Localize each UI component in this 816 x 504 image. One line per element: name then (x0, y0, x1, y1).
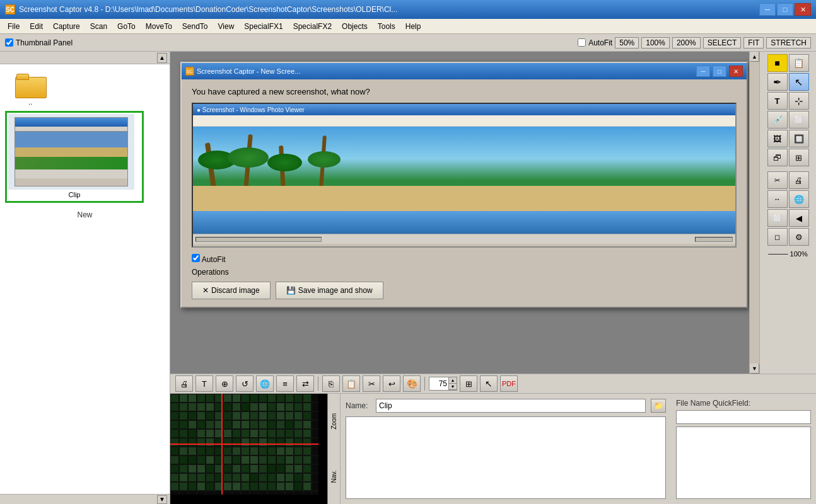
text-tool-btn[interactable]: T (195, 375, 213, 392)
dialog-minimize-button[interactable]: ─ (696, 66, 710, 77)
canvas-scrollbar[interactable]: ▲ ▼ (749, 52, 759, 374)
maximize-button[interactable]: □ (777, 3, 793, 16)
tool-region-btn[interactable]: ⬜ (767, 209, 788, 227)
minimize-button[interactable]: ─ (759, 3, 776, 16)
zoom-100-button[interactable]: 100% (641, 37, 670, 49)
menu-specialfx1[interactable]: SpecialFX1 (239, 21, 288, 32)
tool-zoom-btn[interactable]: 🔲 (789, 130, 809, 147)
print-btn[interactable]: 🖨 (175, 375, 193, 392)
tool-export-btn[interactable]: ⬜ (789, 111, 809, 129)
close-button[interactable]: ✕ (795, 3, 811, 16)
new-label: New (5, 205, 165, 224)
minimap-panel: Zoom Nav. (170, 394, 341, 504)
tool-multi-btn[interactable]: ⊞ (789, 149, 809, 166)
parent-folder-item[interactable]: .. (5, 69, 55, 108)
tool-select-btn[interactable]: ⊹ (789, 92, 809, 110)
notes-textarea[interactable] (346, 416, 666, 499)
tool-imgops-btn[interactable]: 🖼 (767, 130, 788, 147)
tool-share-btn[interactable]: 🌐 (789, 190, 809, 208)
tool-eyedrop-btn[interactable]: 💉 (767, 111, 788, 129)
tool-settings-btn[interactable]: ⚙ (789, 228, 809, 246)
scroll-up-btn[interactable]: ▲ (750, 52, 759, 62)
tool-cursor-btn[interactable]: ↖ (789, 73, 809, 91)
zoom-50-button[interactable]: 50% (615, 37, 639, 49)
autofit-toggle[interactable]: AutoFit (578, 38, 612, 47)
copy-btn[interactable]: ⎘ (322, 375, 340, 392)
autofit-dialog-checkbox[interactable] (192, 254, 200, 262)
browse-button[interactable]: 📁 (651, 399, 666, 413)
scroll-down-button[interactable]: ▼ (157, 495, 167, 504)
menu-sendto[interactable]: SendTo (177, 21, 213, 32)
bottom-section: Zoom Nav. Name: 📁 File Name QuickField: (170, 394, 816, 504)
menu-file[interactable]: File (3, 21, 25, 32)
fit-button[interactable]: FIT (743, 37, 764, 49)
menu-tools[interactable]: Tools (373, 21, 400, 32)
canvas-area: SC Screenshot Captor - New Scree... ─ □ … (170, 52, 816, 374)
quick-field-input[interactable] (676, 410, 811, 424)
thumbnail-panel-label: Thumbnail Panel (16, 38, 73, 47)
window-title: Screenshot Captor v4.8 - D:\Users\lmad\D… (19, 5, 759, 14)
zoom-up-arrow[interactable]: ▲ (449, 377, 457, 384)
clip-thumbnail-label: Clip (8, 190, 141, 200)
web-btn[interactable]: 🌐 (256, 375, 274, 392)
zoom-input[interactable] (429, 377, 448, 390)
quick-field-textarea[interactable] (676, 427, 811, 499)
scroll-up-button[interactable]: ▲ (157, 53, 167, 63)
color-btn[interactable]: 🎨 (403, 375, 421, 392)
menu-goto[interactable]: GoTo (112, 21, 141, 32)
discard-image-button[interactable]: ✕ Discard image (192, 282, 271, 299)
scroll-down-btn[interactable]: ▼ (750, 364, 759, 374)
tool-pen-btn[interactable]: ✒ (767, 73, 788, 91)
cursor-mode-btn[interactable]: ↖ (480, 375, 498, 392)
new-screenshot-dialog: SC Screenshot Captor - New Scree... ─ □ … (180, 62, 748, 308)
autofit-checkbox[interactable] (578, 38, 586, 47)
menu-view[interactable]: View (213, 21, 240, 32)
tool-paste-btn[interactable]: 📋 (789, 54, 809, 72)
cut-btn[interactable]: ✂ (363, 375, 380, 392)
tool-back-btn[interactable]: ◀ (789, 209, 809, 227)
autofit-dialog-toggle[interactable]: AutoFit (192, 254, 226, 264)
thumbnail-panel-checkbox[interactable] (5, 38, 13, 47)
save-image-button[interactable]: 💾 Save image and show (276, 282, 383, 299)
transform-btn[interactable]: ⇄ (296, 375, 314, 392)
rotate-btn[interactable]: ↺ (236, 375, 254, 392)
menu-specialfx2[interactable]: SpecialFX2 (288, 21, 337, 32)
menu-moveto[interactable]: MoveTo (141, 21, 177, 32)
name-input[interactable] (376, 399, 646, 413)
tool-border-btn[interactable]: ◻ (767, 228, 788, 246)
stretch-button[interactable]: STRETCH (766, 37, 811, 49)
thumbnail-panel-bar: Thumbnail Panel AutoFit 50% 100% 200% SE… (0, 34, 816, 52)
tool-page-btn[interactable]: 🖨 (789, 171, 809, 189)
tool-resize-btn[interactable]: ↔ (767, 190, 788, 208)
menu-scan[interactable]: Scan (85, 21, 112, 32)
dialog-maximize-button[interactable]: □ (713, 66, 726, 77)
fit-view-btn[interactable]: ⊞ (460, 375, 477, 392)
name-label: Name: (346, 401, 371, 410)
select-button[interactable]: SELECT (703, 37, 742, 49)
menu-help[interactable]: Help (400, 21, 426, 32)
stamp-btn[interactable]: ⊕ (216, 375, 233, 392)
thumbnail-panel-toggle[interactable]: Thumbnail Panel (5, 38, 73, 47)
zoom-200-button[interactable]: 200% (672, 37, 701, 49)
menu-capture[interactable]: Capture (48, 21, 85, 32)
dialog-content: You have captured a new screenshot, what… (182, 79, 747, 307)
paste-btn[interactable]: 📋 (342, 375, 360, 392)
clip-thumbnail-item[interactable]: Clip (5, 111, 144, 203)
tool-crop-btn[interactable]: ✂ (767, 171, 788, 189)
tool-text-btn[interactable]: T (767, 92, 788, 110)
operations-label: Operations (192, 268, 737, 277)
undo-btn[interactable]: ↩ (383, 375, 400, 392)
tool-viewer-btn[interactable]: 🗗 (767, 149, 788, 166)
quick-field-label: File Name QuickField: (676, 399, 811, 408)
menu-objects[interactable]: Objects (337, 21, 373, 32)
window-controls: ─ □ ✕ (759, 3, 811, 16)
tool-row-5: 🖼 🔲 (767, 130, 809, 147)
pdf-btn[interactable]: PDF (500, 375, 518, 392)
bar-btn[interactable]: ≡ (276, 375, 294, 392)
parent-folder-label: .. (28, 98, 32, 106)
percent-display: ──── 100% (768, 249, 807, 258)
menu-edit[interactable]: Edit (25, 21, 48, 32)
zoom-down-arrow[interactable]: ▼ (449, 384, 457, 390)
dialog-close-button[interactable]: ✕ (729, 66, 743, 77)
tool-yellow-btn[interactable]: ■ (767, 54, 788, 72)
